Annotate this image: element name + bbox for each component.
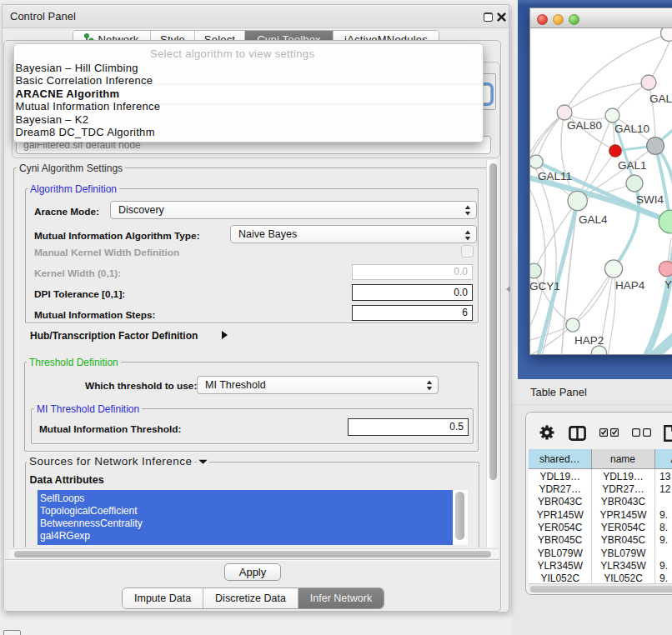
network-edge[interactable] xyxy=(564,82,649,112)
control-panel-titlebar[interactable]: Control Panel xyxy=(3,5,509,28)
network-node-gal11[interactable] xyxy=(530,155,543,168)
close-icon[interactable] xyxy=(497,12,506,22)
network-node-gal7[interactable] xyxy=(641,75,656,90)
attribute-list-item[interactable]: TopologicalCoefficient xyxy=(38,505,453,518)
table-cell[interactable]: YIL052C xyxy=(529,572,592,583)
hub-expander-label[interactable]: Hub/Transcription Factor Definition xyxy=(30,330,198,342)
network-node-hap2[interactable] xyxy=(566,318,579,332)
table-cell[interactable]: 9. xyxy=(659,560,672,572)
tab-discretize-data[interactable]: Discretize Data xyxy=(203,588,298,608)
network-node[interactable] xyxy=(661,28,672,42)
unchecked-columns-icon[interactable] xyxy=(632,428,652,437)
network-node-gal80[interactable] xyxy=(557,105,572,120)
table-cell[interactable]: YBR043C xyxy=(529,496,592,508)
sources-group-title[interactable]: Sources for Network Inference xyxy=(27,455,194,468)
network-edge[interactable] xyxy=(530,325,573,354)
table-cell[interactable]: YIL052C xyxy=(592,572,655,583)
network-node[interactable] xyxy=(647,138,664,155)
network-node-hap4[interactable] xyxy=(604,260,622,278)
algorithm-option[interactable]: Bayesian – Hill Climbing xyxy=(16,62,484,74)
attributes-scrollbar-thumb[interactable] xyxy=(455,492,464,540)
column-header-shared…[interactable]: shared… xyxy=(529,449,592,469)
network-node-y[interactable] xyxy=(659,261,672,276)
which-threshold-combobox[interactable]: MI Threshold xyxy=(197,376,439,394)
table-hscroll-thumb[interactable] xyxy=(530,586,672,592)
data-attributes-list[interactable]: SelfLoopsTopologicalCoefficientBetweenne… xyxy=(38,490,453,545)
network-node-gal10[interactable] xyxy=(605,108,619,122)
network-view-window[interactable]: GAL7GAL80GAL10GAL1GAL11GAL4SWI4GCY1HAP4Y… xyxy=(529,8,672,355)
table-cell[interactable]: YBR045C xyxy=(592,534,655,547)
node-attribute-table[interactable]: shared…nameAYDL19…YDL19…13YDR27…YDR27…12… xyxy=(529,449,672,583)
network-edge[interactable] xyxy=(573,269,614,326)
table-cell[interactable]: YBR045C xyxy=(529,534,592,547)
network-node-gal1[interactable] xyxy=(626,175,643,192)
document-icon[interactable] xyxy=(664,425,672,442)
data-attributes-label: Data Attributes xyxy=(30,474,104,486)
table-cell[interactable]: YBL079W xyxy=(529,548,592,560)
table-cell[interactable]: 9. xyxy=(659,534,672,547)
expander-collapsed-icon[interactable] xyxy=(221,330,228,340)
table-cell[interactable]: YER054C xyxy=(592,522,655,534)
table-cell[interactable]: YDL19… xyxy=(529,471,592,483)
table-cell[interactable]: 12 xyxy=(659,483,672,496)
mi-type-combobox[interactable]: Naive Bayes xyxy=(230,225,477,243)
table-cell[interactable]: 13 xyxy=(659,471,672,483)
zoom-traffic-light-icon[interactable] xyxy=(569,14,579,25)
network-window-titlebar[interactable] xyxy=(530,8,672,28)
tab-infer-network[interactable]: Infer Network xyxy=(298,588,384,608)
table-cell[interactable]: 9. xyxy=(659,509,672,522)
attribute-list-item[interactable]: SelfLoops xyxy=(38,492,453,505)
manual-kernel-checkbox[interactable] xyxy=(461,245,474,258)
table-cell[interactable]: YPR145W xyxy=(529,509,592,522)
table-cell[interactable]: 8. xyxy=(659,522,672,534)
split-divider-collapse-icon[interactable] xyxy=(506,286,510,292)
network-edge[interactable] xyxy=(614,183,639,269)
aracne-mode-combobox[interactable]: Discovery xyxy=(110,201,477,219)
settings-vertical-scrollbar[interactable] xyxy=(486,160,499,548)
column-header-name[interactable]: name xyxy=(592,449,655,469)
tab-impute-data[interactable]: Impute Data xyxy=(123,588,203,608)
network-node[interactable] xyxy=(609,145,621,157)
mi-steps-field[interactable]: 6 xyxy=(352,305,473,321)
minimize-traffic-light-icon[interactable] xyxy=(553,14,564,25)
float-window-icon[interactable] xyxy=(484,12,493,22)
network-node[interactable] xyxy=(591,346,606,354)
algorithm-option[interactable]: Dream8 DC_TDC Algorithm xyxy=(16,126,484,138)
dpi-tolerance-field[interactable]: 0.0 xyxy=(352,284,473,301)
column-header-A[interactable]: A xyxy=(655,449,672,469)
attribute-list-item[interactable]: BetweennessCentrality xyxy=(38,518,453,530)
algorithm-option[interactable]: Mutual Information Inference xyxy=(16,100,484,112)
network-node-gcy1[interactable] xyxy=(530,263,541,278)
algorithm-option[interactable]: ARACNE Algorithm xyxy=(16,88,484,100)
network-edge[interactable] xyxy=(530,178,545,332)
settings-horizontal-scrollbar[interactable] xyxy=(9,548,499,558)
table-cell[interactable]: YBR043C xyxy=(592,496,655,508)
kernel-width-field[interactable]: 0.0 xyxy=(352,264,473,280)
gear-icon[interactable] xyxy=(539,425,554,440)
table-cell[interactable]: YBL079W xyxy=(592,548,655,560)
table-cell[interactable]: YPR145W xyxy=(592,509,655,522)
checked-columns-icon[interactable] xyxy=(599,428,619,437)
close-traffic-light-icon[interactable] xyxy=(537,14,548,25)
table-cell[interactable]: YDL19… xyxy=(592,471,655,483)
table-cell[interactable]: YDR27… xyxy=(529,483,592,496)
table-cell[interactable]: 9. xyxy=(659,572,672,583)
table-cell[interactable]: YDR27… xyxy=(592,483,655,496)
table-cell[interactable]: YLR345W xyxy=(529,560,592,572)
network-node-gal4[interactable] xyxy=(568,191,587,210)
mi-threshold-field[interactable]: 0.5 xyxy=(348,418,469,436)
network-node-swi4[interactable] xyxy=(659,210,672,233)
vertical-scrollbar-thumb[interactable] xyxy=(489,163,497,480)
table-cell[interactable]: YER054C xyxy=(529,522,592,534)
network-canvas[interactable]: GAL7GAL80GAL10GAL1GAL11GAL4SWI4GCY1HAP4Y… xyxy=(530,28,672,354)
algorithm-option[interactable]: Bayesian – K2 xyxy=(16,113,484,126)
split-pane-icon[interactable] xyxy=(569,426,586,441)
table-horizontal-scrollbar[interactable] xyxy=(529,583,672,592)
horizontal-scrollbar-thumb[interactable] xyxy=(14,551,491,558)
algorithm-option[interactable]: Basic Correlation Inference xyxy=(16,74,484,87)
minimized-window-fragment[interactable] xyxy=(3,630,21,635)
apply-button[interactable]: Apply xyxy=(224,563,281,581)
table-cell[interactable]: YLR345W xyxy=(592,560,655,572)
attribute-list-item[interactable]: gal4RGexp xyxy=(38,530,453,542)
expander-expanded-icon[interactable] xyxy=(197,458,209,465)
